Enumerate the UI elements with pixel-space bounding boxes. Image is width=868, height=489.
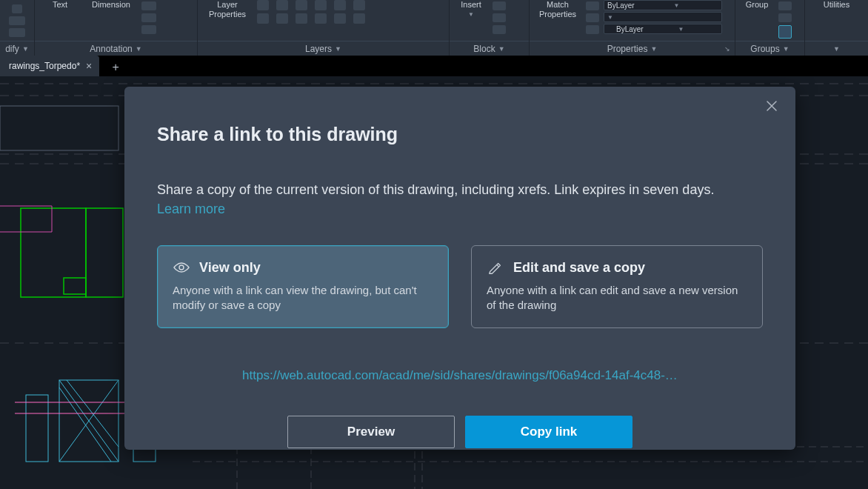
document-tab-active[interactable]: rawings_Torpedo* × — [0, 56, 99, 76]
annotation-icon[interactable] — [141, 1, 156, 10]
layer-tool-icon[interactable] — [334, 13, 346, 24]
prop-icon[interactable] — [586, 1, 599, 10]
pencil-icon — [487, 259, 504, 276]
svg-rect-5 — [86, 208, 123, 297]
share-option-edit-copy[interactable]: Edit and save a copy Anyone with a link … — [471, 245, 763, 328]
preview-button[interactable]: Preview — [287, 416, 455, 448]
text-button[interactable]: Text — [39, 0, 81, 10]
layer-tool-icon[interactable] — [276, 0, 288, 10]
svg-rect-7 — [64, 278, 86, 294]
annotation-icon[interactable] — [141, 25, 156, 34]
text-label: Text — [53, 0, 67, 10]
panel-title-utilities[interactable]: ▼ — [805, 41, 868, 56]
properties-stack: ByLayer▼ ▼ ByLayer▼ — [604, 0, 722, 34]
svg-point-20 — [179, 265, 184, 270]
layer-tool-icon[interactable] — [353, 13, 365, 24]
dimension-label: Dimension — [92, 0, 130, 10]
svg-rect-11 — [26, 395, 48, 462]
option-edit-desc: Anyone with a link can edit and save a n… — [487, 283, 747, 313]
dialog-title: Share a link to this drawing — [157, 124, 763, 145]
layer-tool-icon[interactable] — [315, 13, 327, 24]
dimension-button[interactable]: Dimension — [85, 0, 137, 10]
ribbon-panel-annotation: Text Dimension Annotation▼ — [34, 0, 197, 56]
new-tab-button[interactable]: + — [105, 59, 126, 76]
share-link-dialog: Share a link to this drawing Share a cop… — [124, 87, 795, 450]
ribbon-panel-groups: Group Groups▼ — [735, 0, 804, 56]
prop-icon[interactable] — [586, 25, 599, 34]
prop-icon[interactable] — [586, 13, 599, 22]
group-label: Group — [746, 0, 769, 10]
layer-tool-icon[interactable] — [276, 13, 288, 24]
dialog-description: Share a copy of the current version of t… — [157, 181, 763, 199]
ribbon-panel-modify: dify▼ — [0, 0, 34, 56]
linetype-combo[interactable]: ByLayer▼ — [604, 24, 722, 34]
annotation-icon[interactable] — [141, 13, 156, 22]
layer-tool-icon[interactable] — [334, 0, 346, 10]
ribbon-toolbar: dify▼ Text Dimension Annotation▼ Layer P… — [0, 0, 868, 56]
learn-more-link[interactable]: Learn more — [157, 202, 225, 217]
close-icon — [766, 100, 778, 112]
match-properties-label: Match Properties — [539, 0, 576, 19]
ribbon-panel-layers: Layer Properties Layers▼ — [197, 0, 449, 56]
layer-tool-icon[interactable] — [315, 0, 327, 10]
layer-tool-icon[interactable] — [353, 0, 365, 10]
layer-properties-label: Layer Properties — [209, 0, 246, 19]
insert-button[interactable]: Insert ▼ — [454, 0, 488, 19]
eye-icon — [173, 259, 190, 276]
ribbon-panel-properties: Match Properties ByLayer▼ ▼ ByLayer▼ Pro… — [529, 0, 735, 56]
close-dialog-button[interactable] — [763, 97, 781, 115]
utilities-label: Utilities — [824, 0, 849, 10]
layer-tools-grid — [257, 0, 368, 25]
match-properties-button[interactable]: Match Properties — [534, 0, 581, 19]
block-icon[interactable] — [493, 13, 506, 22]
tab-label: rawings_Torpedo* — [9, 61, 80, 71]
panel-title-annotation[interactable]: Annotation▼ — [35, 41, 197, 56]
utilities-button[interactable]: Utilities — [818, 0, 856, 10]
layer-tool-icon[interactable] — [296, 0, 307, 10]
layer-tool-icon[interactable] — [257, 0, 269, 10]
group-select-icon[interactable] — [778, 25, 792, 39]
group-button[interactable]: Group — [740, 0, 774, 10]
modify-icon[interactable] — [9, 16, 25, 25]
copy-link-button[interactable]: Copy link — [465, 416, 632, 448]
block-icon[interactable] — [493, 1, 506, 10]
lineweight-combo[interactable]: ▼ — [604, 12, 722, 22]
dialog-button-row: Preview Copy link — [157, 416, 763, 448]
panel-title-properties[interactable]: Properties▼ ↘ — [530, 41, 735, 56]
color-combo[interactable]: ByLayer▼ — [604, 0, 722, 10]
option-view-desc: Anyone with a link can view the drawing,… — [173, 283, 433, 313]
close-tab-icon[interactable]: × — [86, 60, 92, 72]
layer-tool-icon[interactable] — [296, 13, 307, 24]
modify-icon[interactable] — [12, 4, 22, 13]
layer-tool-icon[interactable] — [257, 13, 269, 24]
group-icon[interactable] — [778, 13, 792, 22]
layer-properties-button[interactable]: Layer Properties — [202, 0, 253, 19]
insert-label: Insert — [461, 0, 481, 10]
option-view-title: View only — [199, 260, 261, 276]
panel-title-modify[interactable]: dify▼ — [0, 41, 34, 56]
document-tabstrip: rawings_Torpedo* × + — [0, 56, 868, 76]
ribbon-panel-utilities: Utilities ▼ — [804, 0, 868, 56]
panel-title-block[interactable]: Block▼ — [450, 41, 529, 56]
block-icon[interactable] — [493, 25, 506, 34]
option-edit-title: Edit and save a copy — [513, 260, 645, 276]
panel-title-groups[interactable]: Groups▼ — [735, 41, 804, 56]
svg-rect-8 — [0, 106, 118, 150]
panel-title-layers[interactable]: Layers▼ — [198, 41, 449, 56]
modify-icon[interactable] — [9, 28, 25, 37]
share-option-view-only[interactable]: View only Anyone with a link can view th… — [157, 245, 449, 328]
share-url-text[interactable]: https://web.autocad.com/acad/me/sid/shar… — [157, 368, 763, 383]
share-options: View only Anyone with a link can view th… — [157, 245, 763, 328]
group-icon[interactable] — [778, 1, 792, 10]
ribbon-panel-block: Insert ▼ Block▼ — [449, 0, 529, 56]
svg-rect-6 — [21, 208, 86, 297]
